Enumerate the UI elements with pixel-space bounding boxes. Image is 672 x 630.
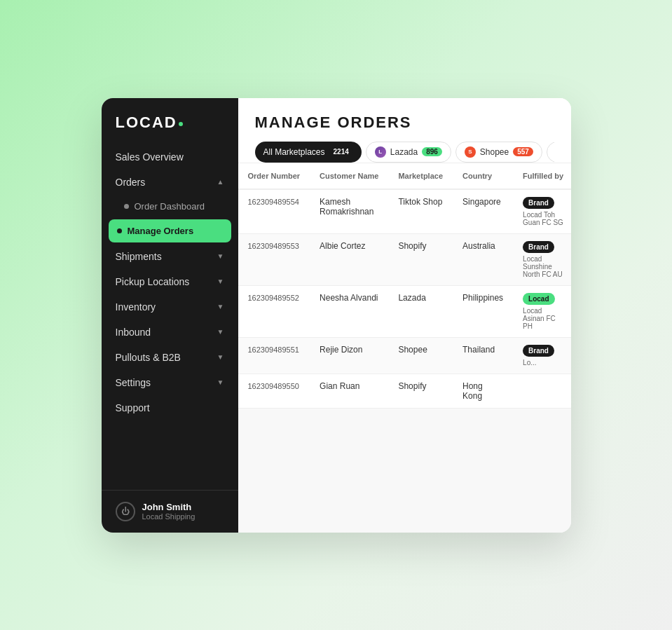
col-fulfilled-by: Fulfilled by — [513, 163, 570, 189]
tab-all-count: 2214 — [329, 147, 353, 156]
footer-user-info: John Smith Locad Shipping — [142, 502, 196, 521]
sidebar-item-sales-overview[interactable]: Sales Overview — [102, 144, 238, 170]
cell-fulfilled-by — [513, 374, 570, 408]
table-row: 162309489553 Albie Cortez Shopify Austra… — [238, 233, 571, 285]
fulfilled-badge-locad: Locad — [523, 293, 554, 305]
fulfilled-badge-brand: Brand — [523, 345, 554, 357]
chevron-down-icon-5: ▼ — [217, 353, 224, 361]
sidebar-group-shipments[interactable]: Shipments ▼ — [102, 244, 238, 269]
cell-order-number: 162309489550 — [238, 374, 310, 408]
table-body: 162309489554 Kamesh Romakrishnan Tiktok … — [238, 189, 571, 409]
sidebar-group-inbound[interactable]: Inbound ▼ — [102, 320, 238, 345]
sidebar-group-orders[interactable]: Orders ▲ — [102, 170, 238, 195]
tab-shopee-count: 557 — [513, 147, 533, 156]
chevron-down-icon-4: ▼ — [217, 328, 224, 336]
cell-customer-name: Gian Ruan — [310, 374, 388, 408]
cell-country: Singapore — [453, 189, 513, 234]
nav-dot-active — [117, 228, 122, 233]
logo: LOCAD — [102, 98, 238, 144]
cell-marketplace: Shopee — [388, 337, 453, 374]
cell-marketplace: Lazada — [388, 285, 453, 337]
marketplace-tabs: All Marketplaces 2214 L Lazada 896 S Sho… — [255, 142, 554, 163]
cell-marketplace: Shopify — [388, 374, 453, 408]
table-row: 162309489554 Kamesh Romakrishnan Tiktok … — [238, 189, 571, 234]
cell-order-number: 162309489551 — [238, 337, 310, 374]
tab-shopify[interactable]: S Shopify 5 — [547, 142, 554, 163]
table-row: 162309489552 Neesha Alvandi Lazada Phili… — [238, 285, 571, 337]
sidebar-item-support[interactable]: Support — [102, 395, 238, 420]
tab-lazada[interactable]: L Lazada 896 — [366, 142, 451, 163]
lazada-icon: L — [375, 146, 386, 158]
warehouse-name: Lo... — [523, 359, 563, 367]
sidebar-group-inventory[interactable]: Inventory ▼ — [102, 294, 238, 320]
orders-table: Order Number Customer Name Marketplace C… — [238, 163, 571, 409]
sidebar: LOCAD Sales Overview Orders ▲ Order Dash… — [102, 98, 238, 533]
sidebar-group-settings[interactable]: Settings ▼ — [102, 370, 238, 395]
cell-country: Hong Kong — [453, 374, 513, 408]
cell-customer-name: Neesha Alvandi — [310, 285, 388, 337]
cell-customer-name: Albie Cortez — [310, 233, 388, 285]
cell-country: Philippines — [453, 285, 513, 337]
col-customer-name: Customer Name — [310, 163, 388, 189]
main-content: MANAGE ORDERS All Marketplaces 2214 L La… — [238, 98, 571, 533]
sidebar-footer: ⏻ John Smith Locad Shipping — [102, 490, 238, 533]
col-country: Country — [453, 163, 513, 189]
power-icon[interactable]: ⏻ — [116, 502, 135, 521]
sidebar-group-pickup-locations[interactable]: Pickup Locations ▼ — [102, 269, 238, 294]
cell-country: Australia — [453, 233, 513, 285]
tab-all-label: All Marketplaces — [263, 147, 325, 157]
cell-fulfilled-by: BrandLocad Toh Guan FC SG — [513, 189, 570, 234]
table-wrapper: Order Number Customer Name Marketplace C… — [238, 163, 571, 533]
cell-fulfilled-by: BrandLo... — [513, 337, 570, 374]
cell-fulfilled-by: BrandLocad Sunshine North FC AU — [513, 233, 570, 285]
cell-marketplace: Shopify — [388, 233, 453, 285]
table-header-row: Order Number Customer Name Marketplace C… — [238, 163, 571, 189]
warehouse-name: Locad Toh Guan FC SG — [523, 211, 563, 226]
shopee-icon: S — [465, 146, 476, 158]
logo-text: LOCAD — [116, 114, 177, 131]
sidebar-item-order-dashboard[interactable]: Order Dashboard — [102, 195, 238, 218]
footer-user-name: John Smith — [142, 502, 196, 512]
sidebar-item-manage-orders[interactable]: Manage Orders — [109, 219, 231, 242]
cell-order-number: 162309489554 — [238, 189, 310, 234]
warehouse-name: Locad Sunshine North FC AU — [523, 255, 563, 278]
table-row: 162309489551 Rejie Dizon Shopee Thailand… — [238, 337, 571, 374]
cell-order-number: 162309489552 — [238, 285, 310, 337]
fulfilled-badge-brand: Brand — [523, 197, 554, 209]
cell-order-number: 162309489553 — [238, 233, 310, 285]
logo-dot — [179, 122, 183, 126]
chevron-up-icon: ▲ — [217, 178, 224, 186]
chevron-down-icon: ▼ — [217, 252, 224, 260]
tab-shopee[interactable]: S Shopee 557 — [455, 142, 542, 163]
chevron-down-icon-2: ▼ — [217, 278, 224, 285]
sidebar-group-pullouts[interactable]: Pullouts & B2B ▼ — [102, 345, 238, 370]
app-container: LOCAD Sales Overview Orders ▲ Order Dash… — [102, 98, 571, 533]
cell-country: Thailand — [453, 337, 513, 374]
cell-marketplace: Tiktok Shop — [388, 189, 453, 234]
sidebar-nav: Sales Overview Orders ▲ Order Dashboard … — [102, 144, 238, 490]
main-header: MANAGE ORDERS All Marketplaces 2214 L La… — [238, 98, 571, 163]
col-marketplace: Marketplace — [388, 163, 453, 189]
footer-user-subtitle: Locad Shipping — [142, 512, 196, 521]
tab-lazada-label: Lazada — [390, 147, 418, 157]
warehouse-name: Locad Asinan FC PH — [523, 307, 563, 330]
tab-lazada-count: 896 — [422, 147, 442, 156]
chevron-down-icon-6: ▼ — [217, 378, 224, 386]
table-row: 162309489550 Gian Ruan Shopify Hong Kong — [238, 374, 571, 408]
cell-fulfilled-by: LocadLocad Asinan FC PH — [513, 285, 570, 337]
page-title: MANAGE ORDERS — [255, 114, 554, 132]
col-order-number: Order Number — [238, 163, 310, 189]
chevron-down-icon-3: ▼ — [217, 303, 224, 310]
fulfilled-badge-brand: Brand — [523, 241, 554, 253]
cell-customer-name: Rejie Dizon — [310, 337, 388, 374]
cell-customer-name: Kamesh Romakrishnan — [310, 189, 388, 234]
tab-shopee-label: Shopee — [480, 147, 509, 157]
tab-all-marketplaces[interactable]: All Marketplaces 2214 — [255, 142, 362, 163]
nav-dot — [124, 204, 129, 209]
